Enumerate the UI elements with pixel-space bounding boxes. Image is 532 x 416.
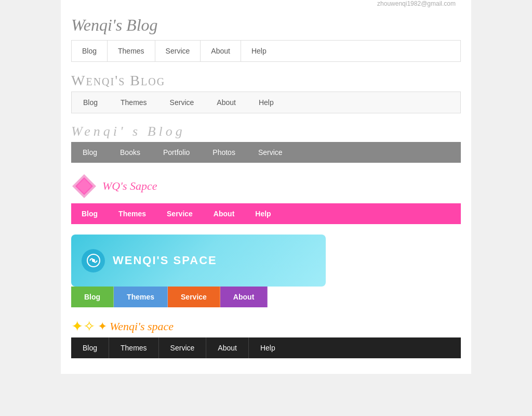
blog-title-2: Wenqi's Blog (71, 72, 461, 89)
section5: WENQI'S SPACE Blog Themes Service About (61, 224, 471, 307)
section1: Wenqi's Blog zhouwenqi1982@gmail.com Blo… (61, 10, 471, 62)
nav4-blog[interactable]: Blog (71, 203, 108, 224)
logo4-wrapper: WQ's Sapce (71, 173, 461, 199)
nav1-blog[interactable]: Blog (72, 41, 108, 61)
nav6-help[interactable]: Help (249, 337, 287, 358)
section4: WQ's Sapce Blog Themes Service About Hel… (61, 163, 471, 224)
logo5-circle (82, 249, 105, 272)
nav3-portfolio[interactable]: Portfolio (152, 142, 201, 163)
diamond-icon (71, 173, 97, 199)
nav6: Blog Themes Service About Help (71, 337, 461, 358)
nav6-about[interactable]: About (206, 337, 249, 358)
nav3-blog[interactable]: Blog (71, 142, 109, 163)
nav1-themes[interactable]: Themes (108, 41, 155, 61)
section6: ✦✧ ✦ Wenqi's space Blog Themes Service A… (61, 307, 471, 358)
butterfly-icon2: ✦ (98, 320, 107, 333)
email-address: zhouwenqi1982@gmail.com (377, 0, 456, 7)
banner5: WENQI'S SPACE (71, 235, 326, 287)
nav4-themes[interactable]: Themes (108, 203, 156, 224)
nav1: Blog Themes Service About Help (71, 40, 461, 62)
nav3-books[interactable]: Books (109, 142, 152, 163)
nav4-about[interactable]: About (203, 203, 245, 224)
blog-title-5: WENQI'S SPACE (113, 254, 217, 267)
nav5: Blog Themes Service About (71, 287, 279, 307)
nav4-help[interactable]: Help (245, 203, 281, 224)
nav6-service[interactable]: Service (159, 337, 207, 358)
nav2-service[interactable]: Service (158, 92, 206, 113)
nav2-themes[interactable]: Themes (109, 92, 158, 113)
nav2-about[interactable]: About (205, 92, 247, 113)
nav4: Blog Themes Service About Help (71, 203, 461, 224)
blog-title-6: Wenqi's space (110, 320, 174, 333)
space-icon (86, 253, 101, 268)
section2: Wenqi's Blog Blog Themes Service About H… (61, 62, 471, 113)
nav5-blog[interactable]: Blog (71, 287, 114, 307)
nav3-service[interactable]: Service (247, 142, 294, 163)
nav3: Blog Books Portfolio Photos Service (71, 142, 461, 163)
nav6-blog[interactable]: Blog (71, 337, 109, 358)
nav2: Blog Themes Service About Help (71, 92, 461, 113)
svg-point-4 (92, 259, 95, 262)
section3: Wenqi' s Blog Blog Books Portfolio Photo… (61, 113, 471, 163)
nav5-about[interactable]: About (220, 287, 268, 307)
nav3-photos[interactable]: Photos (201, 142, 247, 163)
nav1-help[interactable]: Help (241, 41, 277, 61)
blog-title-3: Wenqi' s Blog (71, 124, 461, 139)
butterfly-icon: ✦✧ (71, 318, 95, 335)
nav5-themes[interactable]: Themes (114, 287, 168, 307)
blog-title-4: WQ's Sapce (102, 179, 157, 193)
nav6-themes[interactable]: Themes (109, 337, 159, 358)
logo6-wrapper: ✦✧ ✦ Wenqi's space (71, 318, 461, 335)
nav2-help[interactable]: Help (247, 92, 285, 113)
nav1-service[interactable]: Service (155, 41, 201, 61)
nav5-service[interactable]: Service (168, 287, 220, 307)
nav1-about[interactable]: About (201, 41, 241, 61)
nav2-blog[interactable]: Blog (72, 92, 109, 113)
blog-title-1: Wenqi's Blog (71, 16, 158, 34)
nav4-service[interactable]: Service (156, 203, 203, 224)
